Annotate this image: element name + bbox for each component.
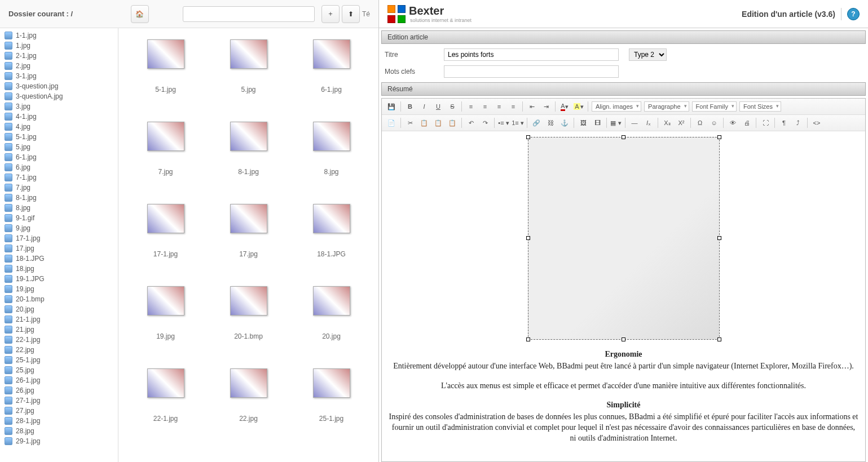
bold-icon[interactable]: B bbox=[403, 100, 417, 113]
thumbnail-item[interactable]: 20.jpg bbox=[292, 286, 371, 340]
media-icon[interactable]: 🎞 bbox=[591, 117, 604, 129]
thumbnail-item[interactable]: 5.jpg bbox=[209, 39, 288, 94]
align-left-icon[interactable]: ≡ bbox=[464, 100, 478, 113]
file-list-item[interactable]: 25-1.jpg bbox=[1, 355, 117, 365]
file-list-item[interactable]: 1.jpg bbox=[1, 41, 117, 51]
preview-icon[interactable]: 👁 bbox=[726, 117, 739, 129]
unlink-icon[interactable]: ⛓ bbox=[544, 117, 557, 129]
emoticon-icon[interactable]: ☺ bbox=[707, 117, 721, 129]
resize-handle[interactable] bbox=[526, 135, 530, 139]
thumbnail-item[interactable]: 22.jpg bbox=[209, 368, 288, 423]
file-list-item[interactable]: 28-1.jpg bbox=[1, 416, 117, 426]
thumbnail-item[interactable]: 6-1.jpg bbox=[292, 39, 371, 94]
file-list-item[interactable]: 8-1.jpg bbox=[1, 193, 117, 203]
font-family-combo[interactable]: Font Family bbox=[692, 101, 737, 112]
cut-icon[interactable]: ✂ bbox=[403, 117, 417, 129]
file-list-item[interactable]: 6.jpg bbox=[1, 162, 117, 172]
thumbnail-item[interactable]: 8.jpg bbox=[292, 122, 371, 176]
file-list-item[interactable]: 6-1.jpg bbox=[1, 152, 117, 162]
thumbnail-grid[interactable]: 5-1.jpg5.jpg6-1.jpg7.jpg8-1.jpg8.jpg17-1… bbox=[118, 28, 378, 462]
thumbnail-item[interactable]: 25-1.jpg bbox=[292, 368, 371, 423]
strikethrough-icon[interactable]: S bbox=[446, 100, 459, 113]
outdent-icon[interactable]: ⇤ bbox=[525, 100, 539, 113]
file-list-item[interactable]: 3-question.jpg bbox=[1, 81, 117, 91]
table-icon[interactable]: ▦ ▾ bbox=[609, 117, 623, 129]
thumbnail-item[interactable]: 8-1.jpg bbox=[209, 122, 288, 176]
file-list-item[interactable]: 3.jpg bbox=[1, 101, 117, 112]
image-icon[interactable]: 🖼 bbox=[576, 117, 590, 129]
resize-handle[interactable] bbox=[717, 236, 721, 240]
selected-image[interactable] bbox=[528, 137, 720, 340]
print-icon[interactable]: 🖨 bbox=[740, 117, 754, 129]
file-list-item[interactable]: 5.jpg bbox=[1, 142, 117, 152]
upload-button[interactable]: ⬆ bbox=[342, 5, 360, 23]
home-button[interactable]: 🏠 bbox=[131, 5, 149, 23]
file-list-item[interactable]: 20-1.bmp bbox=[1, 294, 117, 304]
align-justify-icon[interactable]: ≡ bbox=[506, 100, 520, 113]
paragraphe-combo[interactable]: Paragraphe bbox=[644, 101, 689, 112]
paste-icon[interactable]: 📋 bbox=[431, 117, 445, 129]
file-list-item[interactable]: 26-1.jpg bbox=[1, 375, 117, 385]
italic-icon[interactable]: I bbox=[417, 100, 431, 113]
copy-icon[interactable]: 📋 bbox=[417, 117, 431, 129]
align-right-icon[interactable]: ≡ bbox=[492, 100, 506, 113]
anchor-icon[interactable]: ⚓ bbox=[558, 117, 571, 129]
thumbnail-item[interactable]: 5-1.jpg bbox=[126, 39, 205, 94]
file-list-item[interactable]: 19.jpg bbox=[1, 284, 117, 294]
bg-color-icon[interactable]: A ▾ bbox=[572, 100, 585, 113]
editor-content-area[interactable]: Ergonomie Entièrement développé autour d… bbox=[382, 131, 865, 461]
file-list-item[interactable]: 17.jpg bbox=[1, 243, 117, 254]
thumbnail-item[interactable]: 20-1.bmp bbox=[209, 286, 288, 340]
type-select[interactable]: Type 2 bbox=[629, 48, 667, 61]
file-list-item[interactable]: 2.jpg bbox=[1, 61, 117, 71]
thumbnail-item[interactable]: 18-1.JPG bbox=[292, 204, 371, 258]
file-list-item[interactable]: 9-1.gif bbox=[1, 213, 117, 223]
file-list-item[interactable]: 9.jpg bbox=[1, 223, 117, 233]
file-list-item[interactable]: 7.jpg bbox=[1, 183, 117, 193]
code-icon[interactable]: <> bbox=[810, 117, 823, 129]
file-list-item[interactable]: 22-1.jpg bbox=[1, 335, 117, 345]
link-icon[interactable]: 🔗 bbox=[530, 117, 543, 129]
resize-handle[interactable] bbox=[622, 135, 625, 139]
thumbnail-item[interactable]: 17.jpg bbox=[209, 204, 288, 258]
file-list-item[interactable]: 4.jpg bbox=[1, 122, 117, 132]
align-center-icon[interactable]: ≡ bbox=[478, 100, 492, 113]
thumbnail-item[interactable]: 22-1.jpg bbox=[126, 368, 205, 423]
export-icon[interactable]: ⤴ bbox=[791, 117, 805, 129]
special-char-icon[interactable]: Ω bbox=[693, 117, 707, 129]
titre-input[interactable] bbox=[444, 48, 619, 61]
superscript-icon[interactable]: X² bbox=[675, 117, 688, 129]
file-list-item[interactable]: 18.jpg bbox=[1, 264, 117, 274]
file-list-item[interactable]: 4-1.jpg bbox=[1, 112, 117, 122]
file-list-item[interactable]: 27-1.jpg bbox=[1, 396, 117, 406]
file-list-item[interactable]: 17-1.jpg bbox=[1, 233, 117, 243]
file-list-item[interactable]: 3-1.jpg bbox=[1, 71, 117, 81]
underline-icon[interactable]: U bbox=[431, 100, 445, 113]
file-list-item[interactable]: 25.jpg bbox=[1, 365, 117, 375]
indent-icon[interactable]: ⇥ bbox=[539, 100, 553, 113]
thumbnail-item[interactable]: 19.jpg bbox=[126, 286, 205, 340]
help-button[interactable]: ? bbox=[847, 8, 860, 20]
file-list-item[interactable]: 5-1.jpg bbox=[1, 132, 117, 142]
file-list-item[interactable]: 18-1.JPG bbox=[1, 254, 117, 264]
resize-handle[interactable] bbox=[717, 337, 721, 341]
subscript-icon[interactable]: X₂ bbox=[660, 117, 674, 129]
resize-handle[interactable] bbox=[526, 337, 530, 341]
file-list-item[interactable]: 19-1.JPG bbox=[1, 274, 117, 284]
paste-text-icon[interactable]: 📋 bbox=[446, 117, 459, 129]
resize-handle[interactable] bbox=[526, 236, 530, 240]
clear-format-icon[interactable]: Iₓ bbox=[642, 117, 655, 129]
thumbnail-item[interactable]: 17-1.jpg bbox=[126, 204, 205, 258]
redo-icon[interactable]: ↷ bbox=[478, 117, 492, 129]
file-list-item[interactable]: 20.jpg bbox=[1, 304, 117, 314]
new-doc-icon[interactable]: 📄 bbox=[385, 117, 398, 129]
align-images-combo[interactable]: Align. images bbox=[592, 101, 641, 112]
mots-input[interactable] bbox=[444, 65, 619, 78]
text-color-icon[interactable]: A ▾ bbox=[558, 100, 571, 113]
bullet-list-icon[interactable]: •≡ ▾ bbox=[497, 117, 510, 129]
save-icon[interactable]: 💾 bbox=[385, 100, 398, 113]
file-list-item[interactable]: 26.jpg bbox=[1, 385, 117, 396]
resize-handle[interactable] bbox=[622, 337, 625, 341]
number-list-icon[interactable]: 1≡ ▾ bbox=[511, 117, 525, 129]
file-list-item[interactable]: 7-1.jpg bbox=[1, 172, 117, 183]
